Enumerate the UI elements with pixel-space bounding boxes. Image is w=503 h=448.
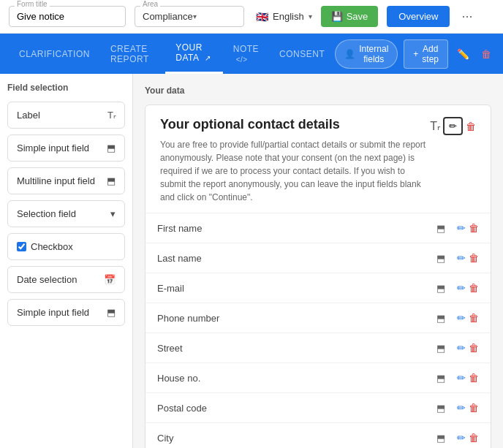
input-field-icon-2: ⬒	[436, 283, 445, 294]
language-chevron-icon: ▾	[309, 12, 312, 20]
area-chevron-icon: ▾	[193, 12, 236, 20]
tab-create-report[interactable]: CREATE REPORT	[100, 35, 165, 73]
postal-code-label: Postal code	[157, 403, 436, 414]
delete-last-name-button[interactable]: 🗑	[469, 252, 479, 264]
tab-clarification[interactable]: CLARIFICATION	[9, 40, 100, 68]
sidebar-item-date-selection[interactable]: Date selection 📅	[7, 266, 125, 293]
checkbox-input[interactable]	[17, 242, 26, 251]
tab-note-label: NOTE	[233, 44, 259, 54]
edit-tab-button[interactable]: ✏️	[454, 45, 472, 63]
input-field-icon-6: ⬒	[436, 403, 445, 414]
form-title-input[interactable]	[9, 6, 126, 27]
delete-email-button[interactable]: 🗑	[469, 282, 479, 294]
flag-icon: 🇬🇧	[256, 11, 268, 23]
tab-note[interactable]: NOTE </>	[223, 35, 269, 73]
pencil-icon: ✏️	[457, 48, 469, 60]
field-row-phone: Phone number ⬒ ✏ 🗑	[145, 303, 491, 333]
sidebar-item-simple-input-1[interactable]: Simple input field ⬒	[7, 134, 125, 162]
first-name-label: First name	[157, 223, 436, 234]
save-label: Save	[347, 11, 368, 22]
trash-icon-7: 🗑	[469, 432, 479, 444]
delete-phone-button[interactable]: 🗑	[469, 312, 479, 324]
sidebar-item-multiline-input[interactable]: Multiline input field ⬒	[7, 167, 125, 194]
overview-label: Overview	[398, 11, 438, 22]
input-field-icon-3: ⬒	[436, 313, 445, 324]
delete-postal-code-button[interactable]: 🗑	[469, 402, 479, 414]
dropdown-icon: ▾	[110, 208, 116, 219]
row-actions-6: ✏ 🗑	[457, 402, 479, 414]
more-icon: ···	[461, 9, 472, 23]
edit-email-button[interactable]: ✏	[457, 282, 466, 294]
person-icon: 👤	[344, 49, 355, 59]
add-step-button[interactable]: + Add step	[404, 39, 448, 69]
phone-label: Phone number	[157, 313, 436, 324]
sidebar-item-simple-input-2[interactable]: Simple input field ⬒	[7, 299, 125, 326]
checkbox-text: Checkbox	[31, 241, 73, 252]
edit-street-button[interactable]: ✏	[457, 342, 466, 354]
sidebar-item-checkbox[interactable]: Checkbox	[7, 233, 125, 260]
row-actions-4: ✏ 🗑	[457, 342, 479, 354]
plus-icon: +	[413, 49, 418, 59]
internal-fields-label: Internal fields	[359, 44, 388, 64]
delete-card-button[interactable]: 🗑	[466, 121, 476, 132]
delete-street-button[interactable]: 🗑	[469, 342, 479, 354]
language-text: English	[273, 11, 304, 22]
sidebar-item-selection[interactable]: Selection field ▾	[7, 200, 125, 227]
edit-house-no-button[interactable]: ✏	[457, 372, 466, 384]
language-selector[interactable]: 🇬🇧 English ▾	[256, 11, 312, 23]
edit-icon-2: ✏	[457, 282, 466, 294]
calendar-icon: 📅	[104, 274, 116, 285]
row-actions-7: ✏ 🗑	[457, 432, 479, 444]
tab-your-data[interactable]: YOUR DATA ↗	[165, 34, 222, 74]
trash-icon-6: 🗑	[469, 402, 479, 414]
overview-button[interactable]: Overview	[387, 6, 450, 27]
street-label: Street	[157, 343, 436, 354]
tab-your-data-label: YOUR DATA	[175, 42, 203, 63]
delete-house-no-button[interactable]: 🗑	[469, 372, 479, 384]
edit-icon-4: ✏	[457, 342, 466, 354]
pencil-outline-icon: ✏	[449, 121, 457, 132]
content-title: Your data	[145, 86, 491, 96]
sidebar-item-label[interactable]: Label Tᵣ	[7, 102, 125, 129]
save-button[interactable]: 💾 Save	[321, 6, 379, 27]
edit-last-name-button[interactable]: ✏	[457, 252, 466, 264]
field-row-street: Street ⬒ ✏ 🗑	[145, 333, 491, 363]
row-actions-2: ✏ 🗑	[457, 282, 479, 294]
edit-icon-6: ✏	[457, 402, 466, 414]
field-selection-sidebar: Field selection Label Tᵣ Simple input fi…	[0, 74, 133, 448]
edit-icon-5: ✏	[457, 372, 466, 384]
text-format-icon: Tᵣ	[107, 110, 116, 121]
delete-tab-button[interactable]: 🗑	[478, 45, 494, 63]
edit-phone-button[interactable]: ✏	[457, 312, 466, 324]
edit-postal-code-button[interactable]: ✏	[457, 402, 466, 414]
delete-first-name-button[interactable]: 🗑	[469, 222, 479, 234]
area-value: Compliance	[143, 11, 193, 22]
edit-icon-0: ✏	[457, 222, 466, 234]
form-card-actions: Tᵣ ✏ 🗑	[430, 117, 476, 135]
trash-icon: 🗑	[481, 48, 491, 60]
form-card-text: Your optional contact details You are fr…	[160, 117, 430, 204]
input-field-icon-7: ⬒	[436, 433, 445, 444]
input-field-icon-5: ⬒	[436, 373, 445, 384]
text-format-icon-card: Tᵣ	[430, 119, 440, 133]
tab-consent[interactable]: CONSENT	[269, 40, 335, 68]
more-options-button[interactable]: ···	[458, 6, 475, 27]
your-data-content: Your data Your optional contact details …	[133, 74, 503, 448]
simple-input-text-2: Simple input field	[17, 307, 89, 318]
edit-city-button[interactable]: ✏	[457, 432, 466, 444]
internal-fields-button[interactable]: 👤 Internal fields	[335, 39, 398, 69]
field-row-first-name: First name ⬒ ✏ 🗑	[145, 213, 491, 243]
email-label: E-mail	[157, 283, 436, 294]
save-icon: 💾	[331, 11, 343, 22]
nav-tabs: CLARIFICATION CREATE REPORT YOUR DATA ↗ …	[0, 34, 503, 74]
delete-city-button[interactable]: 🗑	[469, 432, 479, 444]
selection-text: Selection field	[17, 208, 76, 219]
edit-icon-1: ✏	[457, 252, 466, 264]
edit-card-button[interactable]: ✏	[443, 117, 463, 135]
edit-icon-7: ✏	[457, 432, 466, 444]
area-select[interactable]: Compliance ▾	[135, 6, 244, 27]
main-content: Field selection Label Tᵣ Simple input fi…	[0, 74, 503, 448]
input-field-icon-4: ⬒	[436, 343, 445, 354]
edit-first-name-button[interactable]: ✏	[457, 222, 466, 234]
trash-icon-2: 🗑	[469, 282, 479, 294]
